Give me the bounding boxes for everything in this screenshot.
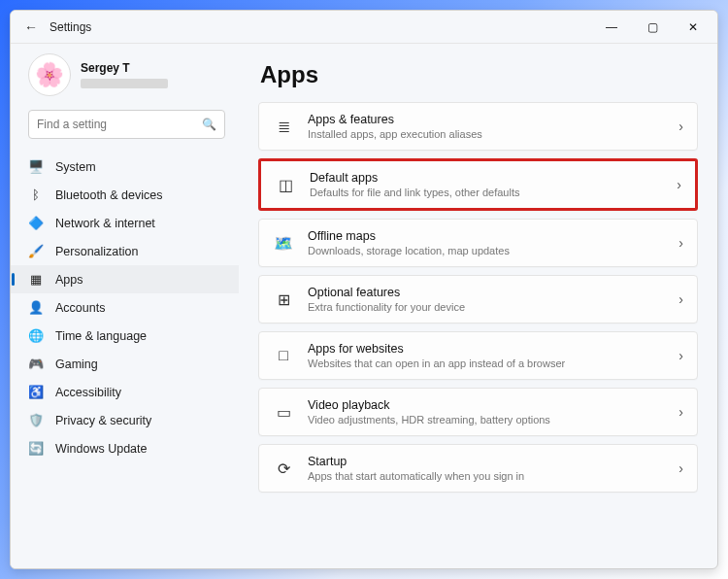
sidebar-item-icon: ᛒ bbox=[28, 187, 44, 202]
card-subtitle: Defaults for file and link types, other … bbox=[310, 187, 663, 198]
card-body: Apps & featuresInstalled apps, app execu… bbox=[308, 113, 665, 140]
card-video-playback[interactable]: ▭Video playbackVideo adjustments, HDR st… bbox=[258, 388, 698, 436]
card-title: Default apps bbox=[310, 171, 663, 185]
card-icon: ⊞ bbox=[273, 290, 294, 309]
sidebar-item-label: System bbox=[55, 160, 96, 174]
sidebar-item-system[interactable]: 🖥️System bbox=[11, 153, 239, 181]
card-subtitle: Apps that start automatically when you s… bbox=[308, 470, 665, 482]
back-button[interactable]: ← bbox=[15, 11, 48, 43]
sidebar-item-icon: 🖌️ bbox=[28, 244, 44, 258]
user-name: Sergey T bbox=[81, 61, 168, 75]
card-icon: 🗺️ bbox=[273, 234, 294, 253]
user-block[interactable]: 🌸 Sergey T bbox=[11, 50, 239, 100]
sidebar-item-icon: 👤 bbox=[28, 300, 44, 315]
card-subtitle: Downloads, storage location, map updates bbox=[308, 245, 665, 256]
content-area: 🌸 Sergey T 🔍 🖥️SystemᛒBluetooth & device… bbox=[11, 44, 717, 568]
user-text: Sergey T bbox=[81, 61, 168, 88]
card-body: Apps for websitesWebsites that can open … bbox=[308, 342, 665, 369]
sidebar-item-windows-update[interactable]: 🔄Windows Update bbox=[11, 434, 239, 462]
sidebar-item-label: Personalization bbox=[55, 245, 138, 258]
card-subtitle: Websites that can open in an app instead… bbox=[308, 358, 665, 369]
card-title: Apps for websites bbox=[308, 342, 665, 356]
sidebar-item-icon: 🖥️ bbox=[28, 159, 44, 174]
sidebar-nav: 🖥️SystemᛒBluetooth & devices🔷Network & i… bbox=[11, 149, 239, 466]
sidebar-item-icon: ♿ bbox=[28, 385, 44, 399]
sidebar-item-time-language[interactable]: 🌐Time & language bbox=[11, 322, 239, 350]
sidebar-item-gaming[interactable]: 🎮Gaming bbox=[11, 350, 239, 378]
sidebar-item-icon: 🔄 bbox=[28, 441, 44, 456]
card-default-apps[interactable]: ◫Default appsDefaults for file and link … bbox=[258, 158, 698, 211]
avatar: 🌸 bbox=[28, 53, 71, 96]
card-body: Video playbackVideo adjustments, HDR str… bbox=[308, 398, 665, 426]
sidebar-item-label: Network & internet bbox=[55, 217, 155, 230]
card-subtitle: Video adjustments, HDR streaming, batter… bbox=[308, 414, 665, 426]
search-wrap: 🔍 bbox=[11, 100, 239, 149]
sidebar-item-label: Accounts bbox=[55, 301, 105, 315]
card-title: Optional features bbox=[308, 286, 665, 299]
search-icon: 🔍 bbox=[202, 118, 216, 131]
card-title: Startup bbox=[308, 455, 665, 468]
main-pane: Apps ≣Apps & featuresInstalled apps, app… bbox=[239, 44, 717, 568]
card-startup[interactable]: ⟳StartupApps that start automatically wh… bbox=[258, 444, 698, 493]
card-icon: ≣ bbox=[273, 118, 294, 136]
titlebar: ← Settings — ▢ ✕ bbox=[11, 11, 717, 44]
minimize-button[interactable]: — bbox=[591, 11, 632, 43]
close-button[interactable]: ✕ bbox=[673, 11, 713, 43]
card-icon: ⟳ bbox=[273, 460, 294, 478]
card-title: Apps & features bbox=[308, 113, 665, 126]
card-icon: ◫ bbox=[275, 176, 296, 194]
card-icon: □ bbox=[273, 347, 294, 364]
card-title: Video playback bbox=[308, 398, 665, 412]
card-body: Offline mapsDownloads, storage location,… bbox=[308, 229, 665, 256]
settings-window: ← Settings — ▢ ✕ 🌸 Sergey T 🔍 🖥️Sys bbox=[10, 10, 718, 569]
sidebar-item-apps[interactable]: ▦Apps bbox=[11, 265, 239, 293]
chevron-right-icon: › bbox=[677, 177, 681, 192]
search-box[interactable]: 🔍 bbox=[28, 110, 225, 139]
card-subtitle: Installed apps, app execution aliases bbox=[308, 128, 665, 140]
sidebar-item-label: Accessibility bbox=[55, 386, 121, 399]
cards-list: ≣Apps & featuresInstalled apps, app exec… bbox=[258, 102, 698, 493]
sidebar-item-icon: 🔷 bbox=[28, 216, 44, 230]
sidebar-item-label: Gaming bbox=[55, 358, 98, 371]
card-subtitle: Extra functionality for your device bbox=[308, 301, 665, 313]
search-input[interactable] bbox=[37, 118, 202, 131]
card-icon: ▭ bbox=[273, 403, 294, 422]
card-apps-features[interactable]: ≣Apps & featuresInstalled apps, app exec… bbox=[258, 102, 698, 151]
chevron-right-icon: › bbox=[678, 404, 683, 420]
card-body: StartupApps that start automatically whe… bbox=[308, 455, 665, 482]
chevron-right-icon: › bbox=[678, 460, 683, 476]
sidebar-item-network-internet[interactable]: 🔷Network & internet bbox=[11, 209, 239, 237]
user-sub-redacted bbox=[81, 79, 168, 88]
minimize-icon: — bbox=[606, 20, 617, 34]
sidebar-item-icon: ▦ bbox=[28, 272, 44, 287]
close-icon: ✕ bbox=[688, 20, 698, 34]
page-title: Apps bbox=[260, 61, 698, 88]
sidebar-item-bluetooth-devices[interactable]: ᛒBluetooth & devices bbox=[11, 181, 239, 209]
card-apps-for-websites[interactable]: □Apps for websitesWebsites that can open… bbox=[258, 331, 698, 380]
sidebar: 🌸 Sergey T 🔍 🖥️SystemᛒBluetooth & device… bbox=[11, 44, 239, 568]
sidebar-item-privacy-security[interactable]: 🛡️Privacy & security bbox=[11, 406, 239, 434]
card-body: Optional featuresExtra functionality for… bbox=[308, 286, 665, 313]
card-optional-features[interactable]: ⊞Optional featuresExtra functionality fo… bbox=[258, 275, 698, 324]
sidebar-item-label: Privacy & security bbox=[55, 414, 151, 427]
card-body: Default appsDefaults for file and link t… bbox=[310, 171, 663, 198]
sidebar-item-accounts[interactable]: 👤Accounts bbox=[11, 293, 239, 322]
maximize-icon: ▢ bbox=[647, 20, 658, 34]
sidebar-item-label: Bluetooth & devices bbox=[55, 188, 163, 202]
chevron-right-icon: › bbox=[678, 119, 683, 134]
maximize-button[interactable]: ▢ bbox=[632, 11, 673, 43]
sidebar-item-accessibility[interactable]: ♿Accessibility bbox=[11, 378, 239, 406]
sidebar-item-label: Apps bbox=[55, 273, 83, 287]
card-offline-maps[interactable]: 🗺️Offline mapsDownloads, storage locatio… bbox=[258, 219, 698, 267]
sidebar-item-icon: 🛡️ bbox=[28, 413, 44, 427]
window-title: Settings bbox=[50, 20, 91, 34]
card-title: Offline maps bbox=[308, 229, 665, 243]
sidebar-item-label: Windows Update bbox=[55, 442, 148, 456]
back-arrow-icon: ← bbox=[24, 19, 38, 35]
chevron-right-icon: › bbox=[678, 348, 683, 363]
chevron-right-icon: › bbox=[678, 235, 683, 251]
chevron-right-icon: › bbox=[678, 291, 683, 307]
sidebar-item-icon: 🌐 bbox=[28, 328, 44, 343]
sidebar-item-label: Time & language bbox=[55, 329, 147, 343]
sidebar-item-personalization[interactable]: 🖌️Personalization bbox=[11, 237, 239, 265]
